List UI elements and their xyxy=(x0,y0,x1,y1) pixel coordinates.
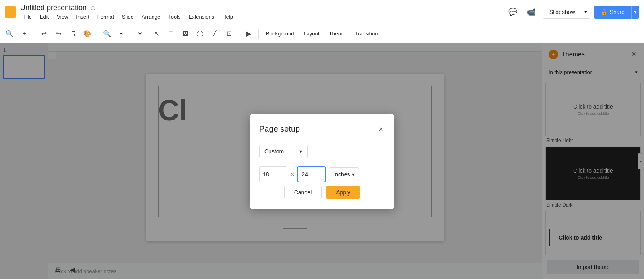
layout-button[interactable]: Layout xyxy=(299,28,323,39)
search-button[interactable]: 🔍 xyxy=(3,27,16,40)
modal-overlay[interactable]: Page setup × Custom ▾ × Inches ▾ xyxy=(0,43,644,279)
text-box-button[interactable]: ⊡ xyxy=(223,27,235,40)
unit-label: Inches xyxy=(333,171,350,178)
menu-view[interactable]: View xyxy=(54,13,71,21)
text-button[interactable]: T xyxy=(165,27,178,40)
zoom-select[interactable]: Fit 50% 75% 100% 150% 200% xyxy=(115,29,143,39)
print-button[interactable]: 🖨 xyxy=(66,27,79,40)
share-group: 🔒 Share ▾ xyxy=(594,6,639,19)
title-area: Untitled presentation ☆ File Edit View I… xyxy=(20,3,506,21)
toolbar-separator-2 xyxy=(97,29,97,39)
header-right: 💬 📹 Slideshow ▾ 🔒 Share ▾ xyxy=(506,5,639,19)
meet-button[interactable]: 📹 xyxy=(524,5,539,19)
modal-body: Custom ▾ × Inches ▾ xyxy=(259,145,385,182)
redo-button[interactable]: ↪ xyxy=(52,27,65,40)
toolbar: 🔍 + ↩ ↪ 🖨 🎨 🔍 Fit 50% 75% 100% 150% 200%… xyxy=(0,24,644,43)
slideshow-dropdown-button[interactable]: ▾ xyxy=(582,6,590,19)
menu-insert[interactable]: Insert xyxy=(73,13,93,21)
unit-dropdown[interactable]: Inches ▾ xyxy=(329,167,359,181)
slideshow-group: Slideshow ▾ xyxy=(543,6,590,19)
modal-actions: Cancel Apply xyxy=(259,186,385,199)
preset-dropdown-label: Custom xyxy=(264,148,284,155)
paint-format-button[interactable]: 🎨 xyxy=(81,27,94,40)
toolbar-separator-3 xyxy=(147,29,147,39)
image-button[interactable]: 🖼 xyxy=(179,27,192,40)
width-input[interactable] xyxy=(259,166,287,182)
background-button[interactable]: Background xyxy=(262,28,298,39)
menu-edit[interactable]: Edit xyxy=(37,13,52,21)
comments-button[interactable]: 💬 xyxy=(506,5,520,19)
menu-file[interactable]: File xyxy=(20,13,35,21)
transition-button[interactable]: Transition xyxy=(351,28,382,39)
preset-dropdown[interactable]: Custom ▾ xyxy=(259,145,308,158)
menu-extensions[interactable]: Extensions xyxy=(186,13,218,21)
star-icon[interactable]: ☆ xyxy=(90,3,96,12)
height-input[interactable] xyxy=(297,166,326,182)
dimension-separator: × xyxy=(291,171,294,178)
zoom-percent-button[interactable]: 🔍 xyxy=(101,27,114,40)
modal-title: Page setup xyxy=(259,124,300,134)
slideshow-button[interactable]: Slideshow xyxy=(543,6,582,19)
menu-tools[interactable]: Tools xyxy=(165,13,184,21)
menu-format[interactable]: Format xyxy=(94,13,117,21)
pointer-button[interactable]: ▶ xyxy=(242,27,255,40)
lock-icon: 🔒 xyxy=(601,9,607,15)
apply-button[interactable]: Apply xyxy=(326,186,360,199)
menu-bar: File Edit View Insert Format Slide Arran… xyxy=(20,13,506,21)
shapes-button[interactable]: ◯ xyxy=(194,27,206,40)
preset-dropdown-arrow: ▾ xyxy=(299,148,302,155)
toolbar-separator-5 xyxy=(258,29,259,39)
menu-help[interactable]: Help xyxy=(219,13,236,21)
zoom-in-button[interactable]: + xyxy=(18,27,31,40)
document-title[interactable]: Untitled presentation xyxy=(20,4,87,12)
page-setup-modal: Page setup × Custom ▾ × Inches ▾ xyxy=(250,114,394,209)
modal-header: Page setup × xyxy=(259,124,385,135)
title-bar: Untitled presentation ☆ File Edit View I… xyxy=(0,0,644,24)
share-button[interactable]: 🔒 Share xyxy=(594,6,631,19)
doc-title-row: Untitled presentation ☆ xyxy=(20,3,506,12)
cursor-button[interactable]: ↖ xyxy=(150,27,163,40)
menu-slide[interactable]: Slide xyxy=(119,13,137,21)
dimensions-row: × Inches ▾ xyxy=(259,166,385,182)
modal-close-button[interactable]: × xyxy=(377,124,385,135)
theme-button[interactable]: Theme xyxy=(325,28,349,39)
undo-button[interactable]: ↩ xyxy=(37,27,50,40)
share-dropdown-button[interactable]: ▾ xyxy=(631,6,639,19)
toolbar-separator-4 xyxy=(239,29,239,39)
toolbar-separator-1 xyxy=(34,29,34,39)
cancel-button[interactable]: Cancel xyxy=(284,186,322,199)
main-layout: 1 Cl Click to add speaker notes ⊞ ◀ xyxy=(0,43,644,279)
google-slides-logo xyxy=(5,6,16,18)
menu-arrange[interactable]: Arrange xyxy=(138,13,163,21)
unit-dropdown-arrow: ▾ xyxy=(352,171,355,178)
line-button[interactable]: ╱ xyxy=(208,27,221,40)
share-label: Share xyxy=(610,9,625,15)
